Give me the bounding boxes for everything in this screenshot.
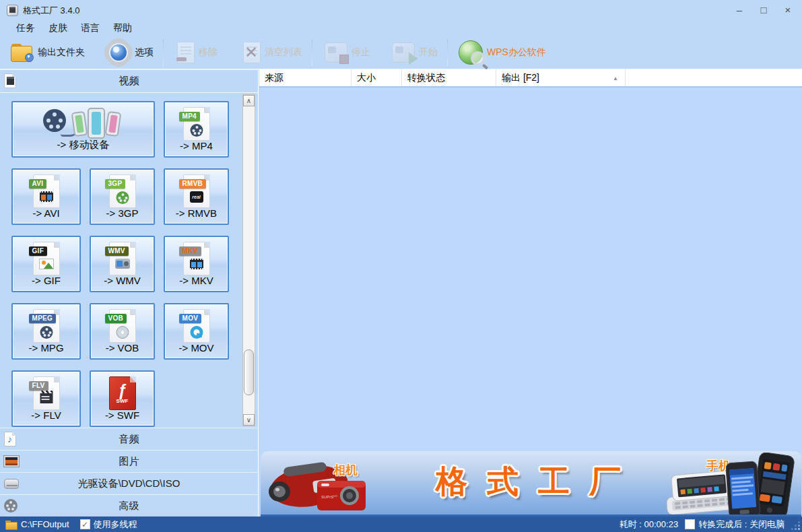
vob-file-icon: VOB [104, 308, 141, 343]
menu-bar: 任务 皮肤 语言 帮助 [0, 20, 802, 36]
resize-grip[interactable] [792, 522, 800, 530]
clear-list-button[interactable]: ✕ 清空列表 [238, 38, 308, 67]
gif-file-icon: GIF [28, 241, 65, 276]
format-button-mp4[interactable]: MP4 -> MP4 [164, 101, 229, 158]
video-formats-panel: -> 移动设备 MP4 -> MP4 AVI -> AVI 3GP -> 3GP [0, 92, 258, 428]
sidebar-section-video[interactable]: 视频 [0, 69, 258, 92]
column-output[interactable]: 输出 [F2] ▲ [496, 69, 626, 86]
close-button[interactable]: × [779, 1, 797, 18]
picture-section-icon [4, 456, 19, 467]
options-button[interactable]: 选项 [101, 38, 159, 67]
elapsed-time: 耗时 : 00:00:23 [620, 519, 678, 531]
stop-icon [325, 42, 347, 63]
bottom-banner: SONY 相机 SUPrSʰᴼ 格 式 工 厂 手机 [261, 451, 801, 517]
mkv-file-icon: MKV [178, 241, 215, 276]
stop-button[interactable]: 停止 [319, 38, 376, 67]
status-bar: C:\FFOutput ✓ 使用多线程 耗时 : 00:00:23 转换完成后 … [0, 517, 802, 532]
format-button-vob[interactable]: VOB -> VOB [90, 303, 155, 360]
toolbar: 输出文件夹 选项 移除 ✕ 清空列表 停止 开始 WPS办公软件 [0, 36, 802, 69]
maximize-button[interactable]: □ [755, 1, 772, 18]
format-button-mov[interactable]: MOV -> MOV [164, 303, 229, 360]
start-icon [392, 42, 415, 63]
menu-task[interactable]: 任务 [9, 20, 42, 36]
svg-text:SUPrSʰᴼ: SUPrSʰᴼ [321, 495, 337, 499]
format-button-rmvb[interactable]: RMVBreal -> RMVB [164, 168, 229, 225]
start-button[interactable]: 开始 [387, 38, 443, 67]
video-section-label: 视频 [119, 75, 139, 88]
title-bar: 格式工厂 3.4.0 – □ × [0, 0, 802, 20]
swf-file-icon: ƒ SWF [104, 376, 141, 411]
format-button-avi[interactable]: AVI -> AVI [11, 168, 81, 225]
multithread-checkbox[interactable]: ✓ [80, 519, 90, 529]
sort-ascending-icon: ▲ [613, 75, 618, 81]
picture-section-label: 图片 [119, 455, 139, 468]
scroll-up-button[interactable]: ∧ [243, 95, 255, 106]
output-path[interactable]: C:\FFOutput [21, 519, 69, 529]
minimize-button[interactable]: – [731, 1, 748, 18]
mov-file-icon: MOV [178, 308, 215, 343]
toolbar-separator [312, 39, 312, 66]
camera-label: 相机 [333, 462, 358, 478]
menu-help[interactable]: 帮助 [106, 20, 139, 36]
3gp-file-icon: 3GP [104, 174, 141, 209]
compact-camera-image: SUPrSʰᴼ [316, 477, 367, 512]
remove-icon [177, 42, 195, 63]
advanced-section-label: 高级 [119, 500, 139, 512]
audio-section-icon [4, 432, 16, 446]
scroll-down-button[interactable]: ∨ [243, 414, 255, 426]
menu-language[interactable]: 语言 [74, 20, 106, 36]
sidebar: 视频 -> 移动设备 MP4 -> MP4 AVI [0, 69, 259, 517]
rom-section-label: 光驱设备\DVD\CD\ISO [78, 477, 180, 490]
multithread-label[interactable]: 使用多线程 [94, 519, 137, 531]
rmvb-file-icon: RMVBreal [178, 174, 215, 209]
clear-list-icon: ✕ [243, 42, 261, 63]
format-factory-logo: 格 式 工 厂 [436, 461, 626, 503]
column-source[interactable]: 来源 [259, 69, 352, 86]
sidebar-section-advanced[interactable]: 高级 [0, 494, 258, 517]
task-list-header: 来源 大小 转换状态 输出 [F2] ▲ [259, 69, 802, 88]
column-size[interactable]: 大小 [352, 69, 402, 86]
mobile-device-icon [43, 105, 124, 141]
audio-section-label: 音频 [119, 433, 139, 446]
column-filler [626, 69, 802, 86]
sidebar-section-picture[interactable]: 图片 [0, 450, 258, 472]
flv-file-icon: FLV [28, 376, 65, 411]
wps-office-button[interactable]: WPS办公软件 [453, 38, 552, 67]
menu-skin[interactable]: 皮肤 [42, 20, 74, 36]
format-button-mpg[interactable]: MPEG -> MPG [11, 303, 81, 360]
toolbar-separator [163, 39, 164, 66]
options-gear-icon [106, 40, 131, 65]
scrollbar-thumb[interactable] [244, 350, 254, 395]
advanced-section-icon [4, 499, 18, 512]
task-list-empty-area[interactable] [259, 89, 802, 451]
app-icon [7, 5, 18, 16]
format-button-gif[interactable]: GIF -> GIF [11, 236, 81, 292]
mp4-file-icon: MP4 [178, 106, 215, 141]
wps-label: WPS办公软件 [487, 46, 546, 59]
video-section-icon [4, 73, 16, 88]
wps-globe-icon [459, 40, 483, 65]
formats-scrollbar[interactable]: ∧ ∨ [242, 94, 255, 426]
output-path-folder-icon[interactable] [5, 521, 16, 529]
format-button-mkv[interactable]: MKV -> MKV [164, 236, 229, 292]
remove-button[interactable]: 移除 [172, 38, 223, 67]
sidebar-section-audio[interactable]: 音频 [0, 428, 258, 450]
smartphones-image [726, 453, 801, 517]
wmv-file-icon: WMV [104, 241, 141, 276]
shutdown-label[interactable]: 转换完成后 : 关闭电脑 [698, 519, 784, 531]
column-status[interactable]: 转换状态 [402, 69, 496, 86]
format-button-wmv[interactable]: WMV -> WMV [90, 236, 155, 292]
window-title: 格式工厂 3.4.0 [23, 5, 80, 17]
sidebar-section-rom-device[interactable]: 光驱设备\DVD\CD\ISO [0, 472, 258, 494]
avi-file-icon: AVI [28, 174, 65, 209]
format-button-flv[interactable]: FLV -> FLV [11, 370, 81, 427]
output-folder-button[interactable]: 输出文件夹 [5, 38, 90, 67]
toolbar-separator [447, 39, 448, 66]
format-button-mobile-device[interactable]: -> 移动设备 [11, 101, 155, 158]
format-button-3gp[interactable]: 3GP -> 3GP [90, 168, 155, 225]
shutdown-checkbox[interactable] [685, 519, 695, 529]
output-folder-icon [11, 44, 34, 61]
disc-drive-icon [4, 479, 19, 489]
format-button-swf[interactable]: ƒ SWF -> SWF [90, 370, 155, 427]
mpg-file-icon: MPEG [28, 308, 65, 343]
